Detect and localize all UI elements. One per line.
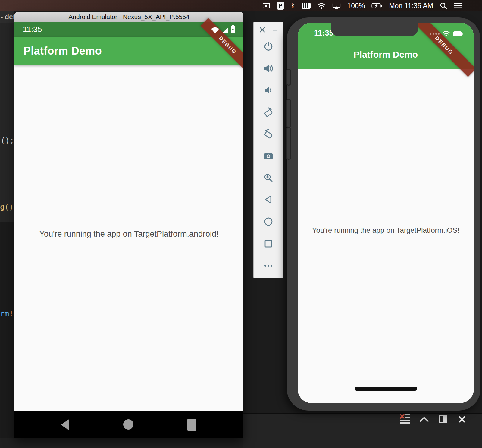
code-fragment: (); — [1, 136, 15, 145]
search-icon[interactable] — [440, 2, 447, 9]
ios-battery-icon — [453, 31, 464, 36]
ios-screen: DEBUG 11:35 Platform Demo You're running… — [298, 23, 474, 403]
parallels-app-icon[interactable]: P — [277, 2, 284, 10]
rotate-right-icon[interactable] — [263, 128, 274, 139]
ios-cellular-icon — [430, 33, 440, 35]
iphone-volume-down-button[interactable] — [286, 127, 291, 160]
ios-status-time: 11:35 — [314, 28, 333, 38]
ios-body-text: You're running the app on TargetPlatform… — [298, 226, 474, 235]
ios-wifi-icon — [442, 31, 450, 37]
ios-home-indicator[interactable] — [355, 387, 417, 391]
battery-percent-label: 100% — [347, 2, 365, 10]
toolbar-close-icon[interactable] — [259, 27, 266, 33]
ide-editor-sliver — [0, 23, 14, 222]
ios-simulator-frame: DEBUG 11:35 Platform Demo You're running… — [287, 17, 480, 411]
code-fragment: rm! — [0, 309, 14, 318]
android-app-title: Platform Demo — [23, 45, 102, 57]
screenshot-camera-icon[interactable] — [263, 150, 274, 161]
android-cellular-icon — [221, 27, 229, 34]
display-mirroring-icon[interactable] — [332, 2, 341, 9]
android-appbar: Platform Demo — [14, 37, 243, 65]
android-back-button[interactable] — [60, 419, 70, 431]
iphone-volume-up-button[interactable] — [286, 99, 291, 128]
keyboard-icon[interactable] — [302, 3, 311, 9]
volume-up-icon[interactable] — [263, 63, 274, 74]
close-panel-icon[interactable] — [458, 415, 466, 423]
volume-down-icon[interactable] — [263, 85, 274, 96]
code-fragment: g(); — [0, 203, 14, 211]
clear-console-icon[interactable] — [399, 414, 411, 424]
screen-record-icon[interactable] — [263, 3, 270, 8]
bluetooth-icon[interactable]: ᛒ — [291, 3, 295, 9]
desktop: P ᛒ 100% Mon 11:35 AM — [0, 0, 482, 448]
android-battery-icon — [230, 25, 236, 34]
expand-console-icon[interactable] — [419, 416, 429, 422]
iphone-side-button[interactable] — [286, 69, 291, 86]
wifi-icon[interactable] — [317, 2, 326, 9]
android-emulator-window: Android Emulator - Nexus_5X_API_P:5554 1… — [14, 12, 243, 438]
toolbar-minimize-icon[interactable] — [272, 27, 278, 33]
emulator-toolbar — [253, 22, 283, 278]
battery-charging-icon[interactable] — [371, 3, 382, 8]
toolbar-home-icon[interactable] — [263, 216, 274, 227]
toolbar-more-icon[interactable] — [263, 260, 274, 271]
toolbar-overview-icon[interactable] — [263, 238, 274, 249]
android-wifi-icon — [211, 27, 220, 34]
zoom-icon[interactable] — [263, 172, 274, 183]
macos-menubar: P ᛒ 100% Mon 11:35 AM — [0, 0, 482, 11]
menubar-clock[interactable]: Mon 11:35 AM — [389, 2, 433, 10]
toggle-panel-icon[interactable] — [439, 415, 447, 423]
rotate-left-icon[interactable] — [263, 107, 274, 118]
android-statusbar: 11:35 DEBUG — [14, 22, 243, 37]
notification-list-icon[interactable] — [454, 2, 462, 9]
android-status-time: 11:35 — [23, 22, 42, 37]
toolbar-back-icon[interactable] — [263, 194, 274, 205]
android-body-text: You're running the app on TargetPlatform… — [14, 229, 243, 239]
ide-editor-sliver-lower — [0, 222, 14, 438]
ide-window-title-fragment: - dem — [0, 11, 14, 23]
android-home-button[interactable] — [123, 419, 133, 430]
android-recents-button[interactable] — [187, 419, 196, 431]
iphone-notch — [331, 23, 418, 36]
emulator-window-title: Android Emulator - Nexus_5X_API_P:5554 — [68, 13, 189, 21]
power-icon[interactable] — [263, 41, 274, 52]
ios-app-title: Platform Demo — [298, 49, 474, 60]
